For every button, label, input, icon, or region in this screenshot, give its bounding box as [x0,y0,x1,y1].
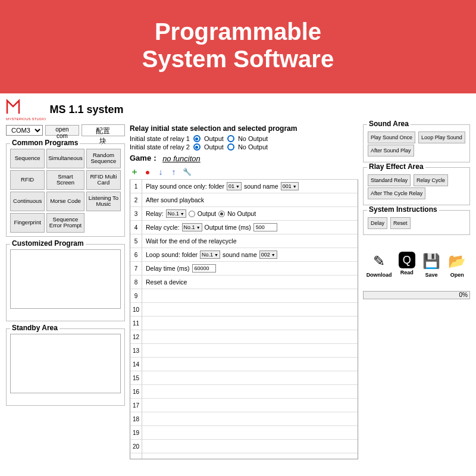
step-13[interactable] [142,344,358,358]
customized-program-panel: Customized Program [6,244,125,321]
step-2[interactable]: After sound playback [142,193,358,207]
relay1-label: Initial state of relay 1 [130,135,190,142]
relay-effect-panel: Rlay Effect Area Standard Relay Relay Cy… [363,167,470,205]
reset-button[interactable]: Reset [390,217,411,229]
titlebar: MYSTERIOUS STUDIO MS 1.1 system [6,98,470,121]
progress-value: 0% [459,292,468,298]
relay1-output-radio[interactable] [193,135,201,142]
save-icon: 💾 [422,252,441,271]
step-15[interactable] [142,371,358,385]
step-4[interactable]: Relay cycle: No.1 Output time (ms) [142,221,358,234]
step-6[interactable]: Loop sound: folder No.1 sound name 002 [142,248,358,262]
standby-panel: Standby Area [6,328,125,406]
step6-sound-select[interactable]: 002 [259,250,277,259]
program-rfid[interactable]: RFID [10,170,45,190]
step-3[interactable]: Relay: No.1 Output No Output [142,207,358,221]
app-title: MS 1.1 system [49,104,123,116]
step-20[interactable] [142,440,358,453]
standard-relay-button[interactable]: Standard Relay [368,174,411,186]
game-label: Game： [130,153,159,164]
program-smart-screen[interactable]: Smart Screen [46,170,84,190]
program-simultaneous[interactable]: Simultaneous [46,149,84,168]
read-icon: Q [399,252,415,268]
step-7[interactable]: Delay time (ms) [142,262,358,275]
program-rfid-multi[interactable]: RFID Multi Card [86,170,121,190]
play-sound-once-button[interactable]: Play Sound Once [368,131,415,143]
step-14[interactable] [142,358,358,371]
banner-line2: System Software [0,45,476,73]
delay-button[interactable]: Delay [368,217,387,229]
game-value: no funciton [162,154,201,163]
step-9[interactable] [142,289,358,303]
read-button[interactable]: Q Read [399,252,415,278]
logo-subtitle: MYSTERIOUS STUDIO [6,117,46,121]
relay-cycle-button[interactable]: Relay Cycle [414,174,448,186]
relay2-output-radio[interactable] [193,143,201,151]
program-listening[interactable]: Listening To Music [86,192,121,211]
customized-title: Customized Program [10,239,86,248]
loop-play-sound-button[interactable]: Loop Play Sound [418,131,465,143]
download-button[interactable]: ✎ Download [367,252,392,278]
common-programs-title: Common Programs [10,139,80,147]
program-continuous[interactable]: Continuous [10,192,45,211]
program-error-prompt[interactable]: Sequence Error Prompt [46,213,84,233]
step-toolbar: ＋ ● ↓ ↑ 🔧 [130,166,358,180]
config-button[interactable]: 配置块 [82,124,125,136]
com-port-select[interactable]: COM3 [6,125,43,136]
download-icon: ✎ [369,252,389,271]
open-button[interactable]: 📂 Open [447,252,466,278]
relay1-nooutput-radio[interactable] [227,135,234,142]
program-morse[interactable]: Morse Code [46,192,84,211]
step6-folder-select[interactable]: No.1 [200,250,220,259]
relay2-nooutput-radio[interactable] [227,143,234,151]
progress-bar: 0% [363,291,470,299]
step-18[interactable] [142,412,358,426]
step3-output-radio[interactable] [189,211,195,217]
step1-sound-select[interactable]: 001 [281,182,299,190]
step-11[interactable] [142,317,358,330]
banner-line1: Programmable [0,18,476,45]
sound-area-title: Sound Area [367,120,411,128]
banner: Programmable System Software [0,0,476,93]
step1-folder-select[interactable]: 01 [227,182,242,190]
up-icon[interactable]: ↑ [169,167,178,177]
open-icon: 📂 [447,252,466,271]
after-sound-play-button[interactable]: After Sound Play [368,145,414,156]
program-sequence[interactable]: Sequence [10,149,45,168]
standby-title: Standby Area [10,324,60,332]
remove-icon[interactable]: ● [143,167,152,177]
program-fingerprint[interactable]: Fingerprint [10,213,45,233]
step4-time-input[interactable] [253,223,277,231]
step-19[interactable] [142,426,358,440]
sound-area-panel: Sound Area Play Sound Once Loop Play Sou… [363,124,470,162]
open-com-button[interactable]: open com [45,125,79,136]
step-12[interactable] [142,330,358,344]
step-numbers: 1234567891011121314151617181920 [130,180,142,459]
step-8[interactable]: Reset a device [142,275,358,289]
step-1[interactable]: Play sound once only: folder 01 sound na… [142,180,358,193]
down-icon[interactable]: ↓ [156,167,165,177]
system-instructions-panel: System Instructions Delay Reset [363,210,470,235]
standby-area[interactable] [10,334,121,393]
step-5[interactable]: Wait for the end of the relaycycle [142,234,358,248]
step4-relay-select[interactable]: No.1 [182,223,202,231]
relay-effect-title: Rlay Effect Area [367,162,425,171]
customized-area[interactable] [10,249,121,309]
add-icon[interactable]: ＋ [130,167,139,177]
program-random-sequence[interactable]: Random Sequence [86,149,121,168]
step7-delay-input[interactable] [192,264,216,273]
step-10[interactable] [142,303,358,317]
system-instructions-title: System Instructions [367,205,439,214]
steps-table: 1234567891011121314151617181920 Play sou… [130,180,358,459]
relay2-label: Initial state of relay 2 [130,143,190,151]
step3-relay-select[interactable]: No.1 [166,209,186,218]
key-icon[interactable]: 🔧 [182,167,192,177]
step-17[interactable] [142,399,358,412]
after-cycle-relay-button[interactable]: After The Cycle Relay [368,187,425,199]
app-window: MYSTERIOUS STUDIO MS 1.1 system COM3 ope… [0,93,476,464]
step-16[interactable] [142,385,358,399]
save-button[interactable]: 💾 Save [422,252,441,278]
logo: MYSTERIOUS STUDIO [6,98,46,121]
common-programs-panel: Common Programs Sequence Simultaneous Ra… [6,143,125,237]
step3-nooutput-radio[interactable] [218,211,225,217]
